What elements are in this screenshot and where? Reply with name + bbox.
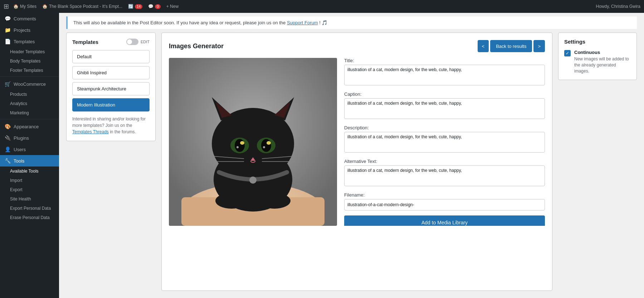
updates-badge: 14: [135, 4, 142, 9]
template-option-default[interactable]: Default: [72, 50, 150, 63]
generator-header: Images Generator < Back to results >: [169, 40, 545, 52]
sidebar-item-woocommerce[interactable]: 🛒 WooCommerce: [0, 78, 59, 90]
submenu-available-tools[interactable]: Available Tools: [0, 167, 59, 176]
filename-input[interactable]: [344, 199, 545, 210]
updates-icon: 🔄: [128, 4, 133, 9]
image-container: [169, 58, 337, 226]
menu-separator: [0, 76, 59, 77]
title-textarea[interactable]: illustration of a cat, modern design, fo…: [344, 65, 545, 85]
generator-panel: Images Generator < Back to results >: [161, 33, 552, 291]
svg-point-13: [235, 139, 245, 152]
submenu-erase-personal-data[interactable]: Erase Personal Data: [0, 213, 59, 222]
site-name-label: The Blank Space Podcast - It's Empt...: [49, 4, 122, 9]
wordpress-logo: ⊞: [4, 3, 9, 10]
new-content-menu[interactable]: + New: [164, 0, 181, 13]
support-forum-link[interactable]: Support Forum: [287, 20, 318, 25]
sidebar-item-label: Users: [14, 147, 26, 152]
sidebar-item-marketing[interactable]: Marketing: [0, 108, 59, 118]
checkmark-icon: ✓: [566, 51, 569, 56]
edit-toggle[interactable]: EDIT: [126, 39, 150, 45]
appearance-icon: 🎨: [4, 124, 11, 129]
my-sites-label: My Sites: [20, 4, 36, 9]
svg-point-24: [249, 177, 257, 184]
my-sites-menu[interactable]: 🏠 My Sites: [10, 0, 39, 13]
comments-menu[interactable]: 💬 0: [145, 0, 164, 13]
sidebar-item-templates[interactable]: 📄 Templates: [0, 36, 59, 47]
comments-icon: 💬: [148, 4, 153, 9]
sidebar-item-tools[interactable]: 🔧 Tools ▶: [0, 155, 59, 167]
submenu-export-personal-data[interactable]: Export Personal Data: [0, 204, 59, 213]
sidebar-item-appearance[interactable]: 🎨 Appearance: [0, 121, 59, 132]
nav-buttons: < Back to results >: [478, 40, 545, 52]
add-to-media-library-button[interactable]: Add to Media Library: [344, 215, 545, 226]
template-option-steampunk[interactable]: Steampunk Architecture: [72, 82, 150, 95]
plugins-icon: 🔌: [4, 135, 11, 141]
filename-field-group: Filename:: [344, 192, 545, 210]
notice-suffix: ! 🎵: [319, 20, 327, 25]
new-label: + New: [166, 4, 179, 9]
arrow-icon: ▶: [52, 159, 55, 163]
sidebar-item-label: Comments: [14, 16, 36, 21]
toggle-label: EDIT: [141, 40, 150, 44]
sidebar-item-label: WooCommerce: [14, 81, 46, 87]
alt-field-group: Alternative Text: illustration of a cat,…: [344, 159, 545, 187]
description-textarea[interactable]: illustration of a cat, modern design, fo…: [344, 132, 545, 153]
sidebar-item-label: Appearance: [14, 124, 39, 129]
title-field-group: Title: illustration of a cat, modern des…: [344, 58, 545, 86]
menu-separator-2: [0, 119, 59, 119]
sidebar-item-body-templates[interactable]: Body Templates: [0, 56, 59, 66]
tools-icon: 🔧: [4, 158, 11, 164]
submenu-import[interactable]: Import: [0, 176, 59, 185]
fields-area: Title: illustration of a cat, modern des…: [344, 58, 545, 226]
caption-field-group: Caption: illustration of a cat, modern d…: [344, 91, 545, 120]
toggle-track[interactable]: [126, 39, 138, 45]
settings-panel: Settings ✓ Continuous New images will be…: [558, 33, 637, 80]
notice-text: This will also be available in the Post …: [73, 20, 287, 25]
svg-point-14: [261, 139, 271, 152]
nav-prev-button[interactable]: <: [478, 40, 489, 52]
templates-threads-link[interactable]: Templates Threads: [72, 129, 109, 134]
toggle-thumb: [127, 39, 132, 44]
description-field-group: Description: illustration of a cat, mode…: [344, 125, 545, 154]
sidebar-item-label: Projects: [14, 28, 30, 33]
site-name-menu[interactable]: 🏠 The Blank Space Podcast - It's Empt...: [39, 0, 125, 13]
continuous-desc: New images will be added to the already …: [574, 56, 631, 74]
sidebar-item-header-templates[interactable]: Header Templates: [0, 47, 59, 56]
filename-label: Filename:: [344, 192, 545, 198]
updates-menu[interactable]: 🔄 14: [125, 0, 145, 13]
templates-panel: Templates EDIT Default Ghibli Inspired S…: [66, 33, 156, 141]
templates-note: Interested in sharing and/or looking for…: [72, 116, 150, 135]
sidebar-item-comments[interactable]: 💬 Comments: [0, 13, 59, 24]
projects-icon: 📁: [4, 27, 11, 33]
template-option-ghibli[interactable]: Ghibli Inspired: [72, 66, 150, 79]
site-icon: 🏠: [42, 4, 48, 9]
continuous-checkbox[interactable]: ✓: [564, 50, 571, 56]
template-option-modern[interactable]: Modern Illustration: [72, 98, 150, 111]
submenu-export[interactable]: Export: [0, 185, 59, 194]
submenu-site-health[interactable]: Site Health: [0, 194, 59, 204]
alt-textarea[interactable]: illustration of a cat, modern design, fo…: [344, 165, 545, 186]
generator-title: Images Generator: [169, 43, 224, 50]
back-to-results-button[interactable]: Back to results: [490, 40, 532, 52]
title-label: Title:: [344, 58, 545, 63]
sidebar-item-products[interactable]: Products: [0, 90, 59, 99]
settings-title: Settings: [564, 39, 631, 45]
sidebar-item-users[interactable]: 👤 Users: [0, 144, 59, 155]
users-icon: 👤: [4, 146, 11, 152]
sidebar-item-plugins[interactable]: 🔌 Plugins: [0, 132, 59, 144]
caption-label: Caption:: [344, 91, 545, 97]
continuous-setting: ✓ Continuous New images will be added to…: [564, 50, 631, 74]
cat-illustration: [169, 58, 337, 226]
nav-next-button[interactable]: >: [533, 40, 545, 52]
sidebar-item-analytics[interactable]: Analytics: [0, 99, 59, 108]
svg-point-18: [263, 146, 265, 148]
notice-bar: This will also be available in the Post …: [66, 16, 637, 29]
setting-text: Continuous New images will be added to t…: [574, 50, 631, 74]
svg-point-5: [258, 193, 291, 209]
sidebar-item-projects[interactable]: 📁 Projects: [0, 24, 59, 36]
svg-point-16: [267, 141, 271, 145]
sidebar-item-footer-templates[interactable]: Footer Templates: [0, 66, 59, 75]
admin-bar: ⊞ 🏠 My Sites 🏠 The Blank Space Podcast -…: [0, 0, 644, 13]
comments-badge: 0: [155, 4, 161, 9]
caption-textarea[interactable]: illustration of a cat, modern design, fo…: [344, 98, 545, 119]
